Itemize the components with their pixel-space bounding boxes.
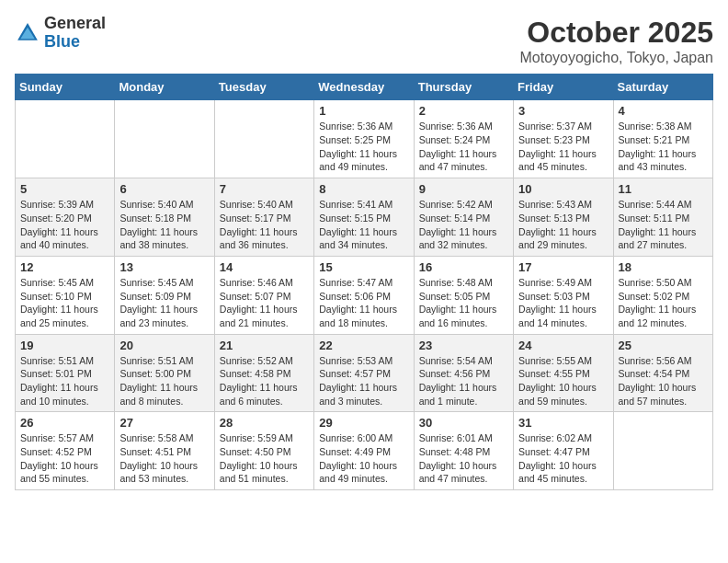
month-title: October 2025 [520, 15, 714, 50]
calendar-cell: 7Sunrise: 5:40 AM Sunset: 5:17 PM Daylig… [214, 178, 313, 257]
day-info: Sunrise: 5:44 AM Sunset: 5:11 PM Dayligh… [619, 198, 708, 252]
calendar-cell [613, 412, 712, 490]
logo-blue: Blue [44, 33, 106, 52]
week-row-2: 5Sunrise: 5:39 AM Sunset: 5:20 PM Daylig… [16, 178, 713, 257]
calendar-cell: 17Sunrise: 5:49 AM Sunset: 5:03 PM Dayli… [514, 256, 613, 334]
page-header: General Blue October 2025 Motoyoyogicho,… [15, 15, 713, 66]
day-number: 24 [518, 339, 608, 352]
day-number: 26 [20, 416, 109, 430]
day-info: Sunrise: 5:57 AM Sunset: 4:52 PM Dayligh… [20, 431, 109, 486]
day-info: Sunrise: 5:54 AM Sunset: 4:56 PM Dayligh… [419, 354, 508, 408]
calendar-cell: 19Sunrise: 5:51 AM Sunset: 5:01 PM Dayli… [16, 334, 115, 412]
day-info: Sunrise: 5:48 AM Sunset: 5:05 PM Dayligh… [419, 276, 508, 330]
calendar-cell [115, 100, 214, 178]
calendar-cell: 15Sunrise: 5:47 AM Sunset: 5:06 PM Dayli… [314, 256, 414, 334]
day-info: Sunrise: 5:40 AM Sunset: 5:18 PM Dayligh… [119, 198, 209, 252]
weekday-header-tuesday: Tuesday [214, 75, 313, 100]
day-number: 19 [20, 339, 109, 352]
calendar-cell: 14Sunrise: 5:46 AM Sunset: 5:07 PM Dayli… [214, 256, 313, 334]
day-info: Sunrise: 5:47 AM Sunset: 5:06 PM Dayligh… [319, 276, 408, 330]
day-info: Sunrise: 5:41 AM Sunset: 5:15 PM Dayligh… [319, 198, 408, 252]
day-number: 3 [518, 104, 608, 118]
week-row-1: 1Sunrise: 5:36 AM Sunset: 5:25 PM Daylig… [16, 100, 713, 178]
weekday-header-sunday: Sunday [16, 75, 115, 100]
day-number: 17 [518, 260, 608, 274]
day-number: 10 [518, 182, 608, 196]
calendar-cell: 13Sunrise: 5:45 AM Sunset: 5:09 PM Dayli… [115, 256, 214, 334]
week-row-4: 19Sunrise: 5:51 AM Sunset: 5:01 PM Dayli… [16, 334, 713, 412]
day-info: Sunrise: 5:36 AM Sunset: 5:25 PM Dayligh… [319, 120, 408, 174]
day-info: Sunrise: 6:02 AM Sunset: 4:47 PM Dayligh… [518, 431, 608, 486]
calendar-cell: 26Sunrise: 5:57 AM Sunset: 4:52 PM Dayli… [16, 412, 115, 490]
calendar-cell: 11Sunrise: 5:44 AM Sunset: 5:11 PM Dayli… [613, 178, 712, 257]
weekday-header-row: SundayMondayTuesdayWednesdayThursdayFrid… [16, 75, 713, 100]
day-number: 13 [119, 260, 209, 274]
calendar-cell: 28Sunrise: 5:59 AM Sunset: 4:50 PM Dayli… [214, 412, 313, 490]
week-row-3: 12Sunrise: 5:45 AM Sunset: 5:10 PM Dayli… [16, 256, 713, 334]
calendar-cell [16, 100, 115, 178]
weekday-header-wednesday: Wednesday [314, 75, 414, 100]
day-info: Sunrise: 6:01 AM Sunset: 4:48 PM Dayligh… [419, 431, 508, 486]
calendar-cell [214, 100, 313, 178]
calendar-cell: 23Sunrise: 5:54 AM Sunset: 4:56 PM Dayli… [414, 334, 513, 412]
day-info: Sunrise: 5:55 AM Sunset: 4:55 PM Dayligh… [518, 354, 608, 408]
day-number: 2 [419, 104, 508, 118]
calendar-cell: 8Sunrise: 5:41 AM Sunset: 5:15 PM Daylig… [314, 178, 414, 257]
day-info: Sunrise: 5:50 AM Sunset: 5:02 PM Dayligh… [619, 276, 708, 330]
day-number: 29 [319, 416, 408, 430]
calendar-cell: 5Sunrise: 5:39 AM Sunset: 5:20 PM Daylig… [16, 178, 115, 257]
day-info: Sunrise: 5:59 AM Sunset: 4:50 PM Dayligh… [220, 431, 309, 486]
day-number: 7 [220, 182, 309, 196]
day-number: 15 [319, 260, 408, 274]
calendar-cell: 30Sunrise: 6:01 AM Sunset: 4:48 PM Dayli… [414, 412, 513, 490]
day-number: 8 [319, 182, 408, 196]
calendar-cell: 20Sunrise: 5:51 AM Sunset: 5:00 PM Dayli… [115, 334, 214, 412]
day-number: 27 [119, 416, 209, 430]
day-number: 5 [20, 182, 109, 196]
calendar-cell: 2Sunrise: 5:36 AM Sunset: 5:24 PM Daylig… [414, 100, 513, 178]
day-number: 30 [419, 416, 508, 430]
day-info: Sunrise: 5:58 AM Sunset: 4:51 PM Dayligh… [119, 431, 209, 486]
day-info: Sunrise: 5:37 AM Sunset: 5:23 PM Dayligh… [518, 120, 608, 174]
calendar-cell: 4Sunrise: 5:38 AM Sunset: 5:21 PM Daylig… [613, 100, 712, 178]
day-number: 22 [319, 339, 408, 352]
day-number: 18 [619, 260, 708, 274]
day-info: Sunrise: 5:39 AM Sunset: 5:20 PM Dayligh… [20, 198, 109, 252]
day-info: Sunrise: 5:46 AM Sunset: 5:07 PM Dayligh… [220, 276, 309, 330]
logo-general: General [44, 15, 106, 33]
day-number: 12 [20, 260, 109, 274]
logo-icon [15, 20, 40, 46]
day-info: Sunrise: 5:40 AM Sunset: 5:17 PM Dayligh… [220, 198, 309, 252]
day-number: 23 [419, 339, 508, 352]
title-section: October 2025 Motoyoyogicho, Tokyo, Japan [520, 15, 714, 66]
calendar-cell: 24Sunrise: 5:55 AM Sunset: 4:55 PM Dayli… [514, 334, 613, 412]
weekday-header-saturday: Saturday [613, 75, 712, 100]
day-info: Sunrise: 5:36 AM Sunset: 5:24 PM Dayligh… [419, 120, 508, 174]
calendar-cell: 3Sunrise: 5:37 AM Sunset: 5:23 PM Daylig… [514, 100, 613, 178]
calendar-cell: 29Sunrise: 6:00 AM Sunset: 4:49 PM Dayli… [314, 412, 414, 490]
day-info: Sunrise: 5:45 AM Sunset: 5:10 PM Dayligh… [20, 276, 109, 330]
day-number: 9 [419, 182, 508, 196]
calendar-cell: 16Sunrise: 5:48 AM Sunset: 5:05 PM Dayli… [414, 256, 513, 334]
calendar-cell: 25Sunrise: 5:56 AM Sunset: 4:54 PM Dayli… [613, 334, 712, 412]
calendar-cell: 31Sunrise: 6:02 AM Sunset: 4:47 PM Dayli… [514, 412, 613, 490]
calendar-cell: 10Sunrise: 5:43 AM Sunset: 5:13 PM Dayli… [514, 178, 613, 257]
day-info: Sunrise: 5:49 AM Sunset: 5:03 PM Dayligh… [518, 276, 608, 330]
day-number: 1 [319, 104, 408, 118]
day-info: Sunrise: 5:56 AM Sunset: 4:54 PM Dayligh… [619, 354, 708, 408]
calendar-cell: 27Sunrise: 5:58 AM Sunset: 4:51 PM Dayli… [115, 412, 214, 490]
day-info: Sunrise: 5:53 AM Sunset: 4:57 PM Dayligh… [319, 354, 408, 408]
day-number: 21 [220, 339, 309, 352]
day-number: 31 [518, 416, 608, 430]
day-number: 20 [119, 339, 209, 352]
day-info: Sunrise: 5:42 AM Sunset: 5:14 PM Dayligh… [419, 198, 508, 252]
calendar-cell: 22Sunrise: 5:53 AM Sunset: 4:57 PM Dayli… [314, 334, 414, 412]
calendar-cell: 12Sunrise: 5:45 AM Sunset: 5:10 PM Dayli… [16, 256, 115, 334]
weekday-header-monday: Monday [115, 75, 214, 100]
week-row-5: 26Sunrise: 5:57 AM Sunset: 4:52 PM Dayli… [16, 412, 713, 490]
weekday-header-friday: Friday [514, 75, 613, 100]
day-number: 28 [220, 416, 309, 430]
calendar-table: SundayMondayTuesdayWednesdayThursdayFrid… [15, 74, 713, 490]
day-number: 25 [619, 339, 708, 352]
day-number: 16 [419, 260, 508, 274]
